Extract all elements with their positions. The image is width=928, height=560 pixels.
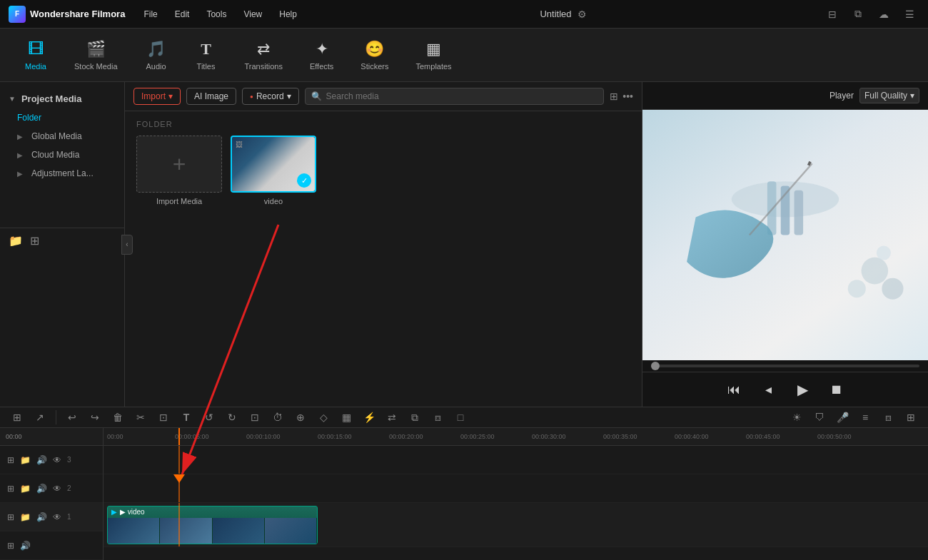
track-3-folder[interactable]: 📁 bbox=[20, 455, 31, 465]
sidebar-collapse-btn[interactable]: ‹ bbox=[121, 235, 133, 255]
search-input[interactable] bbox=[326, 91, 598, 101]
sidebar-item-adjustment-layer[interactable]: ▶ Adjustment La... bbox=[0, 164, 124, 183]
tl-multicam-btn[interactable]: ⧈ bbox=[878, 407, 898, 427]
tl-redo-btn[interactable]: ↪ bbox=[85, 407, 105, 427]
track-1-eye[interactable]: 👁 bbox=[53, 512, 61, 522]
tl-caption-btn[interactable]: ≡ bbox=[855, 407, 875, 427]
logo-icon: F bbox=[9, 6, 26, 23]
player-progress-bar[interactable] bbox=[651, 365, 919, 367]
layout-btn-2[interactable]: ⧉ bbox=[848, 4, 868, 24]
video-media-item[interactable]: ✓ 🖼 video bbox=[231, 136, 316, 205]
ruler-mark-40: 00:00:40:00 bbox=[675, 433, 709, 440]
tab-effects[interactable]: ✦ Effects bbox=[300, 34, 343, 76]
track-1-lock[interactable]: ⊞ bbox=[7, 512, 14, 522]
title-area: Untitled ⚙ bbox=[316, 9, 811, 20]
ai-image-button[interactable]: AI Image bbox=[186, 88, 236, 105]
import-folder-btn[interactable]: ⊞ bbox=[30, 234, 39, 248]
track-a-audio[interactable]: 🔊 bbox=[20, 541, 31, 551]
menu-edit[interactable]: Edit bbox=[168, 6, 197, 22]
tl-select-btn[interactable]: ↗ bbox=[30, 407, 50, 427]
tl-audio-btn[interactable]: ⚡ bbox=[359, 407, 379, 427]
track-2-folder[interactable]: 📁 bbox=[20, 484, 31, 494]
media-toolbar: Import ▾ AI Image ● Record ▾ 🔍 ⊞ ••• bbox=[125, 82, 642, 111]
play-button[interactable]: ▶ bbox=[791, 378, 814, 401]
sidebar-project-media[interactable]: ▼ Project Media bbox=[0, 89, 124, 108]
video-clip[interactable]: ▶ ▶ video bbox=[107, 506, 318, 544]
tab-stock-media[interactable]: 🎬 Stock Media bbox=[64, 34, 128, 76]
track-1-folder[interactable]: 📁 bbox=[20, 512, 31, 522]
track-1-audio[interactable]: 🔊 bbox=[36, 512, 47, 522]
cloud-btn[interactable]: ☁ bbox=[874, 4, 894, 24]
tab-stickers[interactable]: 😊 Stickers bbox=[350, 34, 398, 76]
tl-timer-btn[interactable]: ⏱ bbox=[268, 407, 288, 427]
sidebar-item-global-media[interactable]: ▶ Global Media bbox=[0, 127, 124, 146]
tab-audio[interactable]: 🎵 Audio bbox=[135, 34, 178, 76]
import-dropdown-arrow: ▾ bbox=[168, 91, 173, 101]
tl-add-btn[interactable]: ⊕ bbox=[291, 407, 311, 427]
tl-mic-btn[interactable]: 🎤 bbox=[832, 407, 852, 427]
new-folder-btn[interactable]: 📁 bbox=[9, 234, 23, 248]
track-a-lock[interactable]: ⊞ bbox=[7, 541, 14, 551]
tl-diamond-btn[interactable]: ◇ bbox=[313, 407, 333, 427]
player-video-content bbox=[642, 110, 928, 360]
svg-point-7 bbox=[862, 258, 889, 285]
tl-shield-btn[interactable]: ⛉ bbox=[810, 407, 829, 427]
tl-crop-btn[interactable]: ⊡ bbox=[153, 407, 173, 427]
menu-help[interactable]: Help bbox=[272, 6, 304, 22]
track-2-eye[interactable]: 👁 bbox=[53, 484, 61, 494]
more-options-icon[interactable]: ••• bbox=[622, 91, 633, 102]
menu-view[interactable]: View bbox=[236, 6, 269, 22]
stop-button[interactable]: ⏹ bbox=[825, 378, 848, 401]
add-media-item[interactable]: + Import Media bbox=[136, 136, 222, 205]
tl-keyframe-btn[interactable]: ⊡ bbox=[245, 407, 265, 427]
layout-btn-1[interactable]: ⊟ bbox=[822, 4, 842, 24]
track-3-audio[interactable]: 🔊 bbox=[36, 455, 47, 465]
filter-icon[interactable]: ⊞ bbox=[610, 91, 618, 102]
step-back-button[interactable]: ⏮ bbox=[722, 378, 745, 401]
clip-frame-4 bbox=[265, 518, 317, 544]
tl-reverse-btn[interactable]: ↺ bbox=[199, 407, 219, 427]
frame-back-button[interactable]: ◂ bbox=[757, 378, 780, 401]
tl-add-track-btn[interactable]: ⊞ bbox=[901, 407, 921, 427]
track-3-lock[interactable]: ⊞ bbox=[7, 455, 14, 465]
track-2-audio[interactable]: 🔊 bbox=[36, 484, 47, 494]
tab-titles[interactable]: T Titles bbox=[185, 34, 228, 76]
tl-text-btn[interactable]: T bbox=[176, 407, 196, 427]
import-button[interactable]: Import ▾ bbox=[133, 88, 181, 105]
sidebar-item-cloud-media[interactable]: ▶ Cloud Media bbox=[0, 146, 124, 164]
sidebar-item-folder[interactable]: Folder bbox=[0, 108, 124, 127]
tab-templates[interactable]: ▦ Templates bbox=[405, 34, 461, 76]
tl-motion-btn[interactable]: ⧉ bbox=[405, 407, 425, 427]
tl-undo-btn[interactable]: ↩ bbox=[62, 407, 82, 427]
tl-transition-btn[interactable]: ⇄ bbox=[382, 407, 402, 427]
track-2-lock[interactable]: ⊞ bbox=[7, 484, 14, 494]
tl-grid-btn[interactable]: ▦ bbox=[336, 407, 356, 427]
titles-tab-label: Titles bbox=[197, 62, 216, 71]
tl-delete-btn[interactable]: 🗑 bbox=[108, 407, 128, 427]
selected-checkmark: ✓ bbox=[297, 173, 311, 188]
save-status-icon: ⚙ bbox=[578, 9, 587, 20]
timeline-ruler[interactable]: 00:00 00:00:05:00 00:00:10:00 00:00:15:0… bbox=[104, 428, 928, 446]
clip-frame-2 bbox=[160, 518, 212, 544]
quality-selector[interactable]: Full Quality ▾ bbox=[859, 88, 919, 103]
record-button[interactable]: ● Record ▾ bbox=[242, 88, 299, 105]
tab-transitions[interactable]: ⇄ Transitions bbox=[235, 34, 293, 76]
tl-split-view-btn[interactable]: ⊞ bbox=[7, 407, 27, 427]
tab-media[interactable]: 🎞 Media bbox=[14, 34, 57, 76]
grid-btn[interactable]: ☰ bbox=[899, 4, 919, 24]
ruler-mark-15: 00:00:15:00 bbox=[318, 433, 352, 440]
tl-snapshot-btn[interactable]: ↻ bbox=[222, 407, 242, 427]
ai-image-label: AI Image bbox=[194, 91, 228, 101]
player-scrubber[interactable] bbox=[651, 362, 660, 370]
tl-cut-btn[interactable]: ✂ bbox=[131, 407, 151, 427]
search-box: 🔍 bbox=[305, 88, 605, 105]
tl-ai-btn[interactable]: ☀ bbox=[787, 407, 807, 427]
tl-more-btn[interactable]: □ bbox=[450, 407, 470, 427]
menu-file[interactable]: File bbox=[136, 6, 164, 22]
ruler-mark-30: 00:00:30:00 bbox=[532, 433, 566, 440]
menu-tools[interactable]: Tools bbox=[199, 6, 233, 22]
timeline: ⊞ ↗ ↩ ↪ 🗑 ✂ ⊡ T ↺ ↻ ⊡ ⏱ ⊕ ◇ ▦ ⚡ ⇄ ⧉ ⧈ □ … bbox=[0, 407, 928, 560]
track-3-eye[interactable]: 👁 bbox=[53, 455, 61, 465]
tl-effect-btn[interactable]: ⧈ bbox=[428, 407, 448, 427]
cloud-media-arrow: ▶ bbox=[17, 151, 23, 159]
